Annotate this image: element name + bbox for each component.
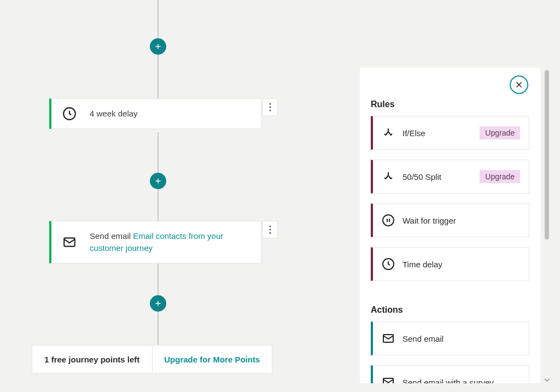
split-icon [382,170,402,183]
svg-point-7 [269,232,271,233]
add-step-button[interactable] [150,38,166,55]
journey-node-email[interactable]: Send email Email contacts from your cust… [49,221,278,264]
svg-point-3 [269,109,271,111]
add-step-button[interactable] [150,173,166,189]
panel-scrollbar[interactable] [540,68,551,383]
journey-points-footer: 1 free journey points left Upgrade for M… [32,345,272,373]
rule-label: 50/50 Split [402,172,480,182]
email-label: Send email Email contacts from your cust… [84,230,250,255]
points-text: 1 free journey points left [44,355,139,364]
node-menu-button[interactable] [262,98,278,116]
action-item-sendemail[interactable]: Send email [371,321,529,355]
clock-icon [62,107,84,121]
step-picker-panel: Rules If/Else Upgrade 50/50 Split Upgrad… [360,68,540,383]
email-prefix: Send email [90,231,133,241]
upgrade-badge: Upgrade [480,126,520,139]
svg-point-6 [269,229,271,230]
actions-section-title: Actions [371,305,529,315]
action-label: Send email with a survey [402,378,520,384]
node-menu-button[interactable] [262,221,278,238]
upgrade-badge: Upgrade [480,170,520,183]
connector-line [158,312,159,346]
split-icon [382,126,402,139]
connector-line [158,132,159,173]
svg-point-1 [269,103,271,104]
rule-label: Wait for trigger [402,216,520,225]
scrollbar-thumb[interactable] [545,70,549,239]
envelope-icon [62,235,84,249]
envelope-icon [382,332,402,345]
connector-line [158,55,159,98]
rule-item-wait[interactable]: Wait for trigger [371,203,529,237]
step-picker-panel-wrap: Rules If/Else Upgrade 50/50 Split Upgrad… [360,68,551,383]
rule-item-timedelay[interactable]: Time delay [371,247,529,281]
connector-line [158,262,159,295]
svg-point-5 [269,225,271,227]
upgrade-points-button[interactable]: Upgrade for More Points [153,346,272,373]
svg-point-2 [269,106,271,108]
rules-section-title: Rules [371,100,529,109]
action-label: Send email [402,334,520,343]
clock-icon [382,258,402,271]
rule-item-split[interactable]: 50/50 Split Upgrade [371,160,529,194]
add-step-button[interactable] [150,295,166,312]
close-button[interactable] [510,75,528,94]
svg-point-8 [383,215,394,226]
rule-item-ifelse[interactable]: If/Else Upgrade [371,116,529,150]
connector-line [158,0,159,38]
connector-line [158,189,159,221]
envelope-check-icon [382,376,402,383]
rule-label: If/Else [402,128,480,138]
journey-node-delay[interactable]: 4 week delay [49,98,278,129]
action-item-sendemail-survey[interactable]: Send email with a survey [371,365,529,383]
pause-icon [382,214,402,227]
scroll-down-arrow[interactable] [544,376,550,382]
points-remaining: 1 free journey points left [32,346,153,373]
delay-label: 4 week delay [84,108,138,120]
rule-label: Time delay [402,260,520,269]
